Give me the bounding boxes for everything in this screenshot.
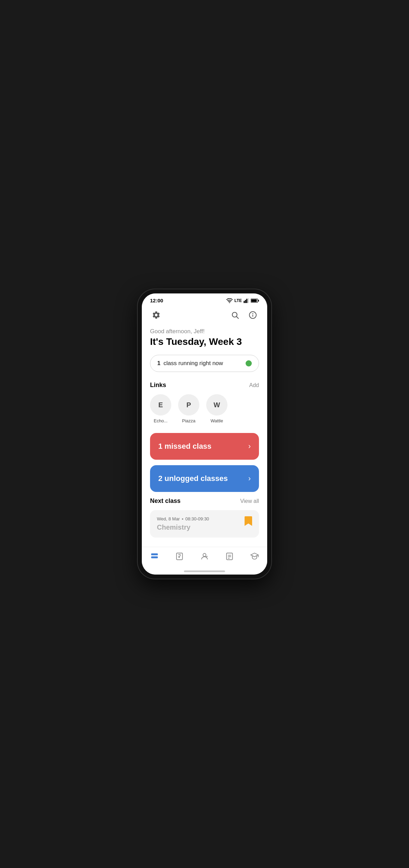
phone-frame: 12:00 LTE xyxy=(138,289,271,579)
next-class-card[interactable]: Wed, 8 Mar 08:30-09:30 Chemistry xyxy=(150,510,259,538)
svg-rect-1 xyxy=(244,301,245,303)
next-class-meta: Wed, 8 Mar 08:30-09:30 xyxy=(157,516,252,521)
svg-rect-7 xyxy=(251,299,257,302)
next-class-date: Wed, 8 Mar xyxy=(157,516,180,521)
unlogged-classes-arrow-icon: › xyxy=(248,474,251,483)
nav-attendance[interactable] xyxy=(196,551,213,562)
links-section-header: Links Add xyxy=(150,382,259,389)
link-circle-piazza: P xyxy=(178,394,199,415)
links-title: Links xyxy=(150,382,166,389)
link-label-piazza: Piazza xyxy=(182,418,195,423)
next-class-time: 08:30-09:30 xyxy=(185,516,209,521)
view-all-button[interactable]: View all xyxy=(240,498,259,504)
bookmark-icon xyxy=(245,516,252,527)
next-class-header: Next class View all xyxy=(150,497,259,505)
svg-rect-2 xyxy=(245,300,246,303)
unlogged-classes-button[interactable]: 2 unlogged classes › xyxy=(150,465,259,492)
green-dot-indicator xyxy=(246,360,252,366)
link-circle-echo: E xyxy=(150,394,171,415)
next-class-name: Chemistry xyxy=(157,523,252,531)
bottom-nav xyxy=(142,547,267,568)
link-item-echo[interactable]: E Echo... xyxy=(150,394,171,423)
lte-icon: LTE xyxy=(234,298,242,303)
link-item-piazza[interactable]: P Piazza xyxy=(178,394,199,423)
status-time: 12:00 xyxy=(150,298,163,303)
nav-home[interactable] xyxy=(146,551,163,562)
svg-rect-4 xyxy=(248,298,249,303)
svg-point-0 xyxy=(229,302,230,303)
svg-rect-6 xyxy=(258,300,259,301)
tasks-nav-icon xyxy=(175,552,184,561)
wifi-icon xyxy=(226,298,233,303)
link-circle-wattle: W xyxy=(206,394,227,415)
svg-rect-19 xyxy=(226,553,232,560)
date-heading: It's Tuesday, Week 3 xyxy=(150,336,259,347)
info-button[interactable] xyxy=(247,309,259,321)
greeting-text: Good afternoon, Jeff! xyxy=(150,328,259,335)
missed-class-button[interactable]: 1 missed class › xyxy=(150,433,259,460)
svg-rect-13 xyxy=(151,553,158,555)
notes-nav-icon xyxy=(225,552,234,561)
meta-dot xyxy=(182,518,183,520)
nav-notes[interactable] xyxy=(221,551,238,562)
unlogged-classes-label: 2 unlogged classes xyxy=(158,474,228,483)
class-running-text: 1 class running right now xyxy=(157,360,223,367)
class-running-badge[interactable]: 1 class running right now xyxy=(150,355,259,372)
top-bar xyxy=(150,309,259,321)
settings-button[interactable] xyxy=(150,309,162,321)
status-bar: 12:00 LTE xyxy=(142,293,267,306)
svg-rect-14 xyxy=(151,556,158,558)
phone-screen: 12:00 LTE xyxy=(142,293,267,575)
missed-class-label: 1 missed class xyxy=(158,442,211,451)
missed-class-arrow-icon: › xyxy=(248,442,251,451)
battery-icon xyxy=(251,298,259,303)
home-bar xyxy=(184,570,225,572)
link-label-wattle: Wattle xyxy=(211,418,223,423)
link-item-wattle[interactable]: W Wattle xyxy=(206,394,227,423)
add-link-button[interactable]: Add xyxy=(249,382,259,388)
links-row: E Echo... P Piazza W Wattle xyxy=(150,394,259,423)
svg-point-18 xyxy=(203,553,206,556)
attendance-nav-icon xyxy=(200,552,209,561)
svg-line-9 xyxy=(237,317,239,319)
nav-tasks[interactable] xyxy=(171,551,188,562)
learn-nav-icon xyxy=(250,552,259,561)
home-nav-icon xyxy=(150,552,159,561)
svg-rect-3 xyxy=(246,299,247,303)
class-count: 1 xyxy=(157,360,160,366)
signal-icon xyxy=(244,298,249,303)
link-label-echo: Echo... xyxy=(154,418,168,423)
nav-learn[interactable] xyxy=(246,551,263,562)
app-content: Good afternoon, Jeff! It's Tuesday, Week… xyxy=(142,306,267,547)
svg-marker-23 xyxy=(251,553,259,557)
home-indicator xyxy=(142,568,267,575)
search-button[interactable] xyxy=(229,309,241,321)
next-class-title: Next class xyxy=(150,497,181,505)
class-running-label: class running right now xyxy=(163,360,223,366)
status-icons: LTE xyxy=(226,298,259,303)
next-class-section: Next class View all Wed, 8 Mar 08:30-09:… xyxy=(150,497,259,538)
